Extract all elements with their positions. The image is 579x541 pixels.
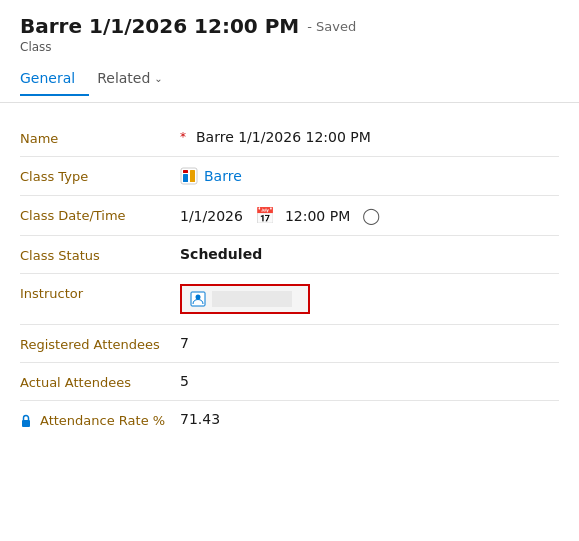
- status-text: Scheduled: [180, 246, 262, 262]
- time-value: 12:00 PM: [285, 208, 350, 224]
- class-status-label: Class Status: [20, 246, 180, 263]
- calendar-icon[interactable]: 📅: [255, 206, 275, 225]
- instructor-field[interactable]: [180, 284, 310, 314]
- name-value: * Barre 1/1/2026 12:00 PM: [180, 129, 559, 145]
- class-type-value: Barre: [180, 167, 559, 185]
- svg-rect-6: [22, 420, 30, 427]
- class-status-row: Class Status Scheduled: [20, 236, 559, 273]
- actual-attendees-value: 5: [180, 373, 559, 389]
- class-type-icon: [180, 167, 198, 185]
- record-type-label: Class: [20, 40, 559, 54]
- registered-attendees-row: Registered Attendees 7: [20, 325, 559, 362]
- svg-rect-1: [183, 174, 188, 182]
- tab-general[interactable]: General: [20, 62, 89, 96]
- tab-bar: General Related ⌄: [20, 62, 559, 96]
- class-type-label: Class Type: [20, 167, 180, 184]
- instructor-text-placeholder: [212, 291, 292, 307]
- date-value: 1/1/2026: [180, 208, 243, 224]
- instructor-value: [180, 284, 559, 314]
- instructor-row: Instructor: [20, 274, 559, 324]
- form-area: Name * Barre 1/1/2026 12:00 PM Class Typ…: [0, 103, 579, 454]
- class-type-row: Class Type Barre: [20, 157, 559, 195]
- registered-attendees-value: 7: [180, 335, 559, 351]
- saved-badge: - Saved: [307, 19, 356, 34]
- svg-point-5: [196, 295, 201, 300]
- instructor-label: Instructor: [20, 284, 180, 301]
- class-datetime-label: Class Date/Time: [20, 206, 180, 223]
- svg-rect-3: [183, 170, 188, 173]
- attendance-rate-row: Attendance Rate % 71.43: [20, 401, 559, 438]
- actual-attendees-label: Actual Attendees: [20, 373, 180, 390]
- name-label: Name: [20, 129, 180, 146]
- clock-icon[interactable]: ◯: [362, 206, 380, 225]
- attendance-rate-label: Attendance Rate %: [20, 411, 180, 428]
- class-datetime-value: 1/1/2026 📅 12:00 PM ◯: [180, 206, 559, 225]
- class-type-link[interactable]: Barre: [204, 168, 242, 184]
- tab-related[interactable]: Related ⌄: [97, 62, 177, 96]
- lookup-icon: [190, 291, 206, 307]
- page-title: Barre 1/1/2026 12:00 PM: [20, 14, 299, 38]
- class-datetime-row: Class Date/Time 1/1/2026 📅 12:00 PM ◯: [20, 196, 559, 235]
- lock-icon: [20, 414, 36, 428]
- header: Barre 1/1/2026 12:00 PM - Saved Class Ge…: [0, 0, 579, 103]
- svg-rect-2: [190, 170, 195, 182]
- actual-attendees-row: Actual Attendees 5: [20, 363, 559, 400]
- class-status-value: Scheduled: [180, 246, 559, 262]
- attendance-rate-value: 71.43: [180, 411, 559, 427]
- registered-attendees-label: Registered Attendees: [20, 335, 180, 352]
- required-star: *: [180, 130, 186, 144]
- chevron-down-icon: ⌄: [154, 73, 162, 84]
- name-row: Name * Barre 1/1/2026 12:00 PM: [20, 119, 559, 156]
